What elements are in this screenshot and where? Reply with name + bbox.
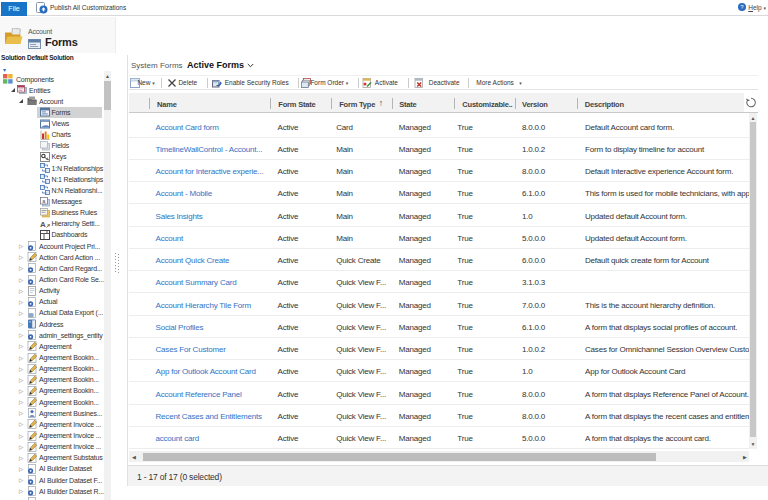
- svg-text:A: A: [40, 220, 46, 229]
